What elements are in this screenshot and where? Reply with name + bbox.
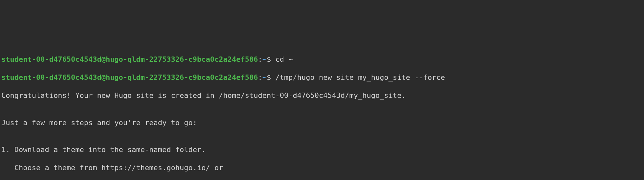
prompt-dollar: $ (267, 73, 271, 81)
prompt-line-2: student-00-d47650c4543d@hugo-qldm-227533… (1, 73, 643, 82)
output-congrats: Congratulations! Your new Hugo site is c… (1, 91, 643, 100)
prompt-sep: : (258, 55, 262, 63)
output-step-1b: Choose a theme from https://themes.gohug… (1, 163, 643, 172)
prompt-path: ~ (262, 73, 267, 81)
terminal-viewport[interactable]: student-00-d47650c4543d@hugo-qldm-227533… (0, 45, 644, 180)
prompt-line-1: student-00-d47650c4543d@hugo-qldm-227533… (1, 55, 643, 64)
command-hugo-new-site: /tmp/hugo new site my_hugo_site --force (275, 73, 445, 81)
prompt-dollar: $ (267, 55, 271, 63)
prompt-sep: : (258, 73, 262, 81)
output-intro: Just a few more steps and you're ready t… (1, 118, 643, 127)
prompt-path: ~ (262, 55, 267, 63)
prompt-userhost: student-00-d47650c4543d@hugo-qldm-227533… (1, 55, 258, 63)
output-step-1a: 1. Download a theme into the same-named … (1, 145, 643, 154)
command-cd: cd ~ (275, 55, 293, 63)
prompt-userhost: student-00-d47650c4543d@hugo-qldm-227533… (1, 73, 258, 81)
